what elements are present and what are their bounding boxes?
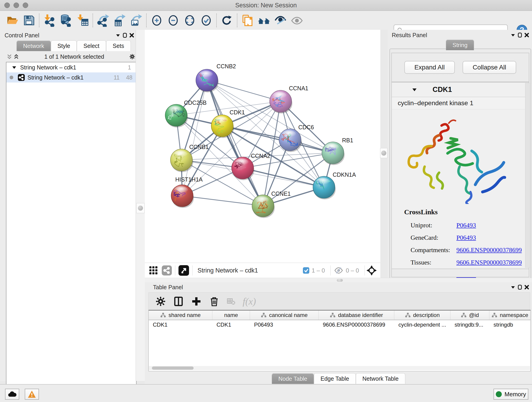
table-settings-gear-icon[interactable]: [155, 296, 166, 307]
right-splitter[interactable]: [380, 30, 388, 278]
entry-header[interactable]: CDK1: [392, 83, 529, 97]
table-row[interactable]: CDK1CDK1P064939606.ENSP00000378699cyclin…: [149, 320, 530, 329]
preview-eye-button[interactable]: [289, 13, 305, 28]
edge-CCNB2-CCNE1[interactable]: [207, 80, 263, 206]
tab-node-table[interactable]: Node Table: [272, 373, 314, 384]
crosslink-link[interactable]: P06493: [456, 234, 476, 241]
table-hscrollbar-thumb[interactable]: [152, 366, 194, 370]
node-table[interactable]: shared namenamecanonical namedatabase id…: [148, 310, 531, 371]
import-network-file-button[interactable]: [41, 13, 58, 28]
delete-column-trash-icon[interactable]: [209, 296, 220, 307]
cloud-status-button[interactable]: [5, 389, 19, 400]
hidden-nodes-indicator[interactable]: 0 – 0: [334, 266, 361, 275]
export-network-button[interactable]: [95, 13, 111, 28]
tab-sets[interactable]: Sets: [106, 40, 131, 51]
zoom-out-button[interactable]: [165, 13, 181, 28]
network-share-view-button[interactable]: [162, 265, 172, 275]
zoom-fit-button[interactable]: [181, 13, 198, 28]
edge-HIST1H1A-CCNE1[interactable]: [182, 196, 263, 206]
selected-nodes-indicator[interactable]: 1 – 0: [303, 267, 327, 274]
node-CDC6[interactable]: CDC6: [279, 124, 314, 152]
refresh-network-button[interactable]: [219, 13, 235, 28]
table-cell[interactable]: stringdb:9...: [450, 322, 489, 328]
table-cell[interactable]: cyclin-dependent ...: [394, 322, 450, 328]
node-CCNB1[interactable]: CCNB1: [171, 144, 209, 172]
results-panel-float-button[interactable]: [516, 32, 523, 38]
node-CDK1[interactable]: CDK1: [211, 109, 245, 138]
network-row[interactable]: String Network – cdk1 11 48: [6, 72, 136, 83]
right-splitter-handle[interactable]: [380, 148, 387, 158]
import-network-database-button[interactable]: [58, 13, 74, 28]
table-panel-menu-button[interactable]: [510, 284, 516, 291]
control-panel-close-button[interactable]: [128, 32, 135, 39]
collection-collapse-icon[interactable]: [12, 65, 17, 70]
entry-collapse-icon[interactable]: [412, 87, 418, 93]
table-cell[interactable]: CDK1: [149, 322, 212, 328]
import-table-file-button[interactable]: [74, 13, 91, 28]
warnings-button[interactable]: [25, 389, 39, 400]
network-home-button[interactable]: [256, 13, 272, 28]
column-header--id[interactable]: @id: [450, 311, 489, 320]
node-CCNB2[interactable]: CCNB2: [196, 63, 236, 92]
network-canvas[interactable]: CCNB2CCNA1CDC25BCDK1CDC6RB1CCNB1CCNA2CDK…: [145, 30, 380, 263]
results-panel-menu-button[interactable]: [510, 32, 516, 38]
table-cell[interactable]: CDK1: [212, 322, 250, 328]
edge-CDK1-RB1[interactable]: [222, 126, 333, 153]
table-cell[interactable]: 9606.ENSP00000378699: [319, 322, 394, 328]
delete-table-icon[interactable]: [227, 297, 236, 306]
export-view-button[interactable]: [178, 265, 189, 276]
edge-CCNA2-CDKN1A[interactable]: [243, 168, 324, 187]
tab-select[interactable]: Select: [77, 40, 106, 51]
column-header-description[interactable]: description: [394, 311, 450, 320]
crosslink-link[interactable]: P06493: [456, 222, 476, 229]
bottom-splitter[interactable]: [145, 278, 532, 283]
save-session-button[interactable]: [21, 13, 37, 28]
memory-button[interactable]: Memory: [494, 389, 528, 400]
show-graphics-details-button[interactable]: [272, 13, 289, 28]
column-header-canonical-name[interactable]: canonical name: [250, 311, 319, 320]
table-cell[interactable]: stringdb: [489, 322, 531, 328]
results-panel-close-button[interactable]: [523, 32, 530, 38]
collapse-all-button[interactable]: Collapse All: [462, 61, 516, 74]
export-table-button[interactable]: [111, 13, 128, 28]
zoom-in-button[interactable]: [148, 13, 165, 28]
expand-all-networks-icon[interactable]: [13, 53, 20, 60]
node-RB1[interactable]: RB1: [322, 137, 353, 165]
table-panel-float-button[interactable]: [516, 284, 523, 291]
show-columns-icon[interactable]: [173, 296, 184, 307]
crosslink-link[interactable]: 9606.ENSP00000378699: [456, 259, 522, 266]
tab-network-table[interactable]: Network Table: [356, 373, 405, 384]
tab-style[interactable]: Style: [51, 40, 77, 51]
control-panel-menu-button[interactable]: [114, 32, 121, 39]
column-header-shared-name[interactable]: shared name: [149, 311, 212, 320]
create-column-plus-icon[interactable]: [191, 296, 202, 307]
control-panel-float-button[interactable]: [121, 32, 128, 39]
node-CDKN1A[interactable]: CDKN1A: [313, 172, 356, 199]
open-session-button[interactable]: [4, 13, 21, 28]
expand-all-button[interactable]: Expand All: [404, 61, 455, 74]
collapse-all-networks-icon[interactable]: [6, 53, 13, 60]
table-cell[interactable]: P06493: [250, 322, 319, 328]
copy-document-button[interactable]: [239, 13, 256, 28]
export-image-button[interactable]: [128, 13, 144, 28]
node-HIST1H1A[interactable]: HIST1H1A: [171, 176, 203, 208]
tab-edge-table[interactable]: Edge Table: [314, 373, 356, 384]
column-header-namespace[interactable]: namespace: [489, 311, 531, 320]
zoom-selected-button[interactable]: [198, 13, 215, 28]
column-header-name[interactable]: name: [212, 311, 250, 320]
results-scrollbar[interactable]: [525, 83, 530, 268]
crosslink-link[interactable]: 9606.ENSP00000378699: [456, 246, 522, 254]
birdseye-navigator-button[interactable]: [366, 265, 377, 276]
column-header-database-identifier[interactable]: database identifier: [319, 311, 394, 320]
network-options-gear-icon[interactable]: [129, 53, 136, 60]
network-collection-row[interactable]: String Network – cdk1 1: [6, 62, 136, 72]
function-builder-icon[interactable]: f(x): [243, 296, 256, 307]
tab-network[interactable]: Network: [17, 40, 51, 51]
bottom-splitter-handle[interactable]: [337, 279, 343, 282]
node-CCNA1[interactable]: CCNA1: [270, 85, 308, 114]
left-splitter[interactable]: [136, 30, 145, 381]
grid-view-button[interactable]: [148, 265, 158, 275]
table-hscrollbar[interactable]: [149, 366, 530, 370]
left-splitter-handle[interactable]: [136, 203, 145, 213]
tab-string[interactable]: String: [446, 39, 474, 50]
